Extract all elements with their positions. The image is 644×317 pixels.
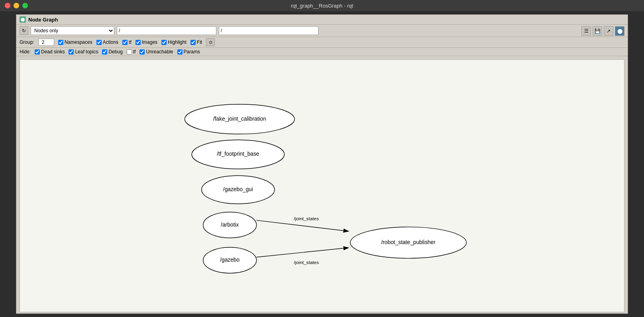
fit-label: Fit	[197, 39, 202, 45]
images-checkbox[interactable]	[135, 40, 141, 45]
node-label-arbotix: /arbotix	[221, 222, 239, 228]
unreachable-checkbox[interactable]	[139, 49, 145, 55]
highlight-checkbox[interactable]	[161, 40, 167, 45]
node-arbotix[interactable]: /arbotix	[203, 212, 257, 238]
leaf-topics-checkbox[interactable]	[69, 49, 74, 55]
group-spinbox[interactable]	[38, 39, 54, 46]
fit-checkbox[interactable]	[190, 40, 196, 45]
dead-sinks-label: Dead sinks	[41, 49, 65, 55]
node-label-gazebo-gui: /gazebo_gui	[223, 186, 253, 192]
tf-hide-checkbox-label[interactable]: tf	[127, 49, 136, 55]
node-graph-icon: ⬤	[20, 16, 26, 23]
actions-label: Actions	[103, 39, 118, 45]
dead-sinks-checkbox[interactable]	[35, 49, 40, 55]
minimize-button[interactable]	[14, 3, 19, 8]
traffic-lights	[5, 3, 28, 8]
filter-input-1[interactable]	[117, 26, 216, 35]
filter-input-2[interactable]	[219, 26, 318, 35]
params-checkbox-label[interactable]: Params	[177, 49, 200, 55]
tf-checkbox-label[interactable]: tf	[122, 39, 132, 45]
namespaces-checkbox-label[interactable]: Namespaces	[58, 39, 92, 45]
tf-label: tf	[129, 39, 132, 45]
titlebar: rqt_graph__RosGraph - rqt	[0, 0, 644, 11]
export-button[interactable]: 💾	[593, 26, 602, 36]
window-title: rqt_graph__RosGraph - rqt	[291, 3, 353, 9]
edge-arbotix-to-robot-state-publisher: /joint_states	[257, 216, 349, 231]
namespaces-checkbox[interactable]	[58, 40, 63, 45]
hide-label: Hide:	[20, 49, 31, 55]
tf-hide-checkbox[interactable]	[127, 49, 132, 55]
debug-checkbox-label[interactable]: Debug	[102, 49, 122, 55]
actions-checkbox-label[interactable]: Actions	[96, 39, 118, 45]
node-gazebo[interactable]: /gazebo	[203, 247, 257, 273]
fit-checkbox-label[interactable]: Fit	[190, 39, 202, 45]
params-checkbox[interactable]	[177, 49, 183, 55]
images-checkbox-label[interactable]: Images	[135, 39, 157, 45]
node-robot-state-publisher[interactable]: /robot_state_publisher	[350, 227, 466, 258]
leaf-topics-checkbox-label[interactable]: Leaf topics	[69, 49, 98, 55]
right-toolbar: ☰ 💾 ↗ ⬤	[581, 26, 624, 36]
actions-checkbox[interactable]	[96, 40, 102, 45]
highlight-label: Highlight	[168, 39, 187, 45]
node-gazebo-gui[interactable]: /gazebo_gui	[202, 176, 275, 204]
hide-row: Hide: Dead sinks Leaf topics Debug tf Un…	[16, 48, 628, 56]
edge-label-gazebo-joint-states: /joint_states	[294, 260, 319, 265]
theme-button[interactable]: ⬤	[615, 26, 624, 36]
node-fake-joint-calibration[interactable]: /fake_joint_calibration	[185, 104, 295, 134]
leaf-topics-label: Leaf topics	[75, 49, 98, 55]
images-label: Images	[142, 39, 157, 45]
params-label: Params	[184, 49, 200, 55]
graph-svg: /fake_joint_calibration /tf_footprint_ba…	[20, 60, 624, 312]
dead-sinks-checkbox-label[interactable]: Dead sinks	[35, 49, 65, 55]
toolbar-row-1: ↻ Nodes only Nodes/Topics (all) Nodes/To…	[16, 25, 628, 37]
graph-area[interactable]: /fake_joint_calibration /tf_footprint_ba…	[20, 59, 624, 312]
node-label-fake-joint-calibration: /fake_joint_calibration	[213, 116, 266, 122]
maximize-button[interactable]	[22, 3, 28, 8]
edge-gazebo-to-robot-state-publisher: /joint_states	[257, 248, 349, 265]
edge-label-arbotix-joint-states: /joint_states	[294, 216, 319, 221]
window-title-label: Node Graph	[28, 17, 58, 23]
highlight-checkbox-label[interactable]: Highlight	[161, 39, 187, 45]
unreachable-label: Unreachable	[146, 49, 173, 55]
display-mode-select[interactable]: Nodes only Nodes/Topics (all) Nodes/Topi…	[31, 26, 114, 35]
fullscreen-button[interactable]: ↗	[604, 26, 613, 36]
window-header: ⬤ Node Graph	[16, 15, 628, 25]
refresh-button[interactable]: ↻	[20, 26, 28, 35]
node-tf-footprint-base[interactable]: /tf_footprint_base	[192, 140, 284, 169]
debug-label: Debug	[108, 49, 122, 55]
node-label-tf-footprint-base: /tf_footprint_base	[217, 151, 259, 157]
save-button[interactable]: ☰	[581, 26, 591, 36]
main-window: ⬤ Node Graph ↻ Nodes only Nodes/Topics (…	[16, 14, 628, 314]
unreachable-checkbox-label[interactable]: Unreachable	[139, 49, 173, 55]
close-button[interactable]	[5, 3, 10, 8]
node-label-gazebo: /gazebo	[220, 257, 240, 263]
tf-checkbox[interactable]	[122, 40, 128, 45]
tf-hide-label: tf	[133, 49, 136, 55]
debug-checkbox[interactable]	[102, 49, 107, 55]
screenshot-button[interactable]: ⊙	[206, 38, 215, 46]
group-label: Group:	[20, 39, 34, 45]
options-row: Group: Namespaces Actions tf Images High…	[16, 37, 628, 48]
node-label-robot-state-publisher: /robot_state_publisher	[381, 239, 436, 245]
namespaces-label: Namespaces	[65, 39, 92, 45]
